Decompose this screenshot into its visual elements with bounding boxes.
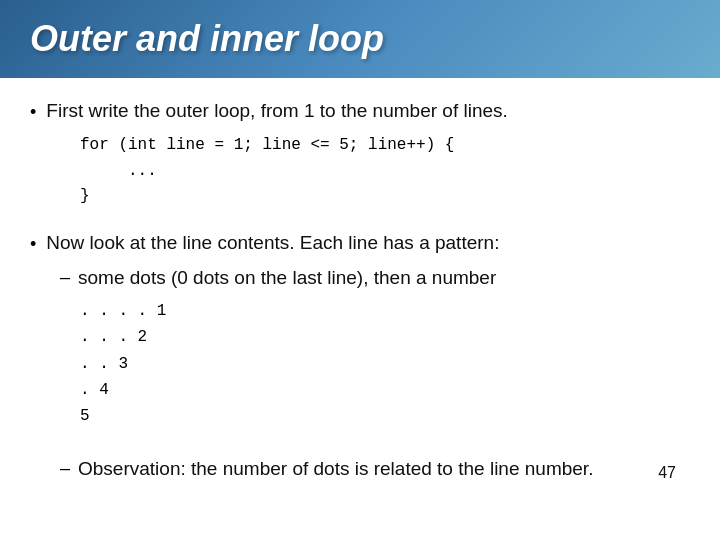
code-line-1-1: for (int line = 1; line <= 5; line++) {: [80, 133, 680, 159]
code-block-1: for (int line = 1; line <= 5; line++) { …: [80, 133, 680, 210]
code-line-1-3: }: [80, 184, 680, 210]
pattern-line-5: 5: [80, 403, 680, 429]
footer-dash-icon: –: [60, 456, 70, 481]
code-line-1-2: ...: [80, 159, 680, 185]
page-number: 47: [658, 464, 680, 482]
pattern-lines: . . . . 1 . . . 2 . . 3 . 4 5: [80, 298, 680, 430]
dash-1: –: [60, 265, 70, 290]
footer-dash-line: – Observation: the number of dots is rel…: [60, 456, 593, 483]
bullet-section-1: • First write the outer loop, from 1 to …: [30, 98, 680, 216]
pattern-line-1: . . . . 1: [80, 298, 680, 324]
bullet-text-1: First write the outer loop, from 1 to th…: [46, 98, 507, 125]
pattern-line-3: . . 3: [80, 351, 680, 377]
bullet-dot-2: •: [30, 232, 36, 257]
footer-section: – Observation: the number of dots is rel…: [30, 456, 680, 483]
slide: Outer and inner loop • First write the o…: [0, 0, 720, 540]
slide-title: Outer and inner loop: [30, 18, 384, 60]
bullet-item-1: • First write the outer loop, from 1 to …: [30, 98, 680, 125]
sub-text-1: some dots (0 dots on the last line), the…: [78, 265, 496, 292]
pattern-line-2: . . . 2: [80, 324, 680, 350]
pattern-line-4: . 4: [80, 377, 680, 403]
footer-observation-text: Observation: the number of dots is relat…: [78, 456, 593, 483]
bullet-section-2: • Now look at the line contents. Each li…: [30, 230, 680, 436]
slide-content: • First write the outer loop, from 1 to …: [0, 78, 720, 540]
sub-bullet-1: – some dots (0 dots on the last line), t…: [60, 265, 680, 292]
slide-header: Outer and inner loop: [0, 0, 720, 78]
bullet-dot-1: •: [30, 100, 36, 125]
bullet-text-2: Now look at the line contents. Each line…: [46, 230, 499, 257]
bullet-item-2: • Now look at the line contents. Each li…: [30, 230, 680, 257]
